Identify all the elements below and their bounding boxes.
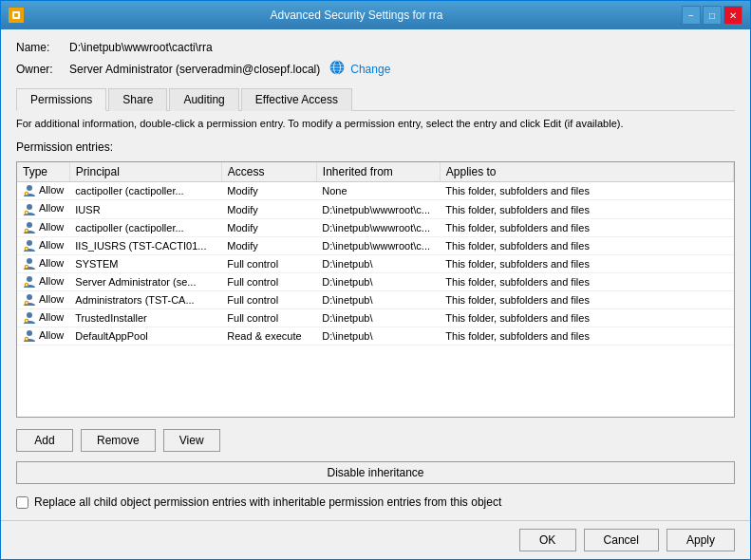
cell-inherited: D:\inetpub\ [316, 290, 440, 308]
name-value: D:\inetpub\wwwroot\cacti\rra [69, 41, 213, 54]
col-header-type: Type [17, 162, 69, 182]
tab-share[interactable]: Share [108, 88, 167, 111]
bottom-button-bar: OK Cancel Apply [1, 520, 750, 559]
tab-effective-access[interactable]: Effective Access [241, 88, 352, 111]
content-area: Name: D:\inetpub\wwwroot\cacti\rra Owner… [1, 29, 750, 520]
cell-principal: cactipoller (cactipoller... [69, 218, 221, 236]
cell-inherited: D:\inetpub\ [316, 272, 440, 290]
col-header-access: Access [221, 162, 316, 182]
cell-inherited: D:\inetpub\ [316, 327, 440, 345]
svg-point-16 [27, 258, 32, 264]
cell-principal: TrustedInstaller [69, 309, 221, 327]
col-header-inherited: Inherited from [316, 162, 440, 182]
cell-principal: SYSTEM [69, 254, 221, 272]
table-row[interactable]: Allow TrustedInstaller Full control D:\i… [17, 309, 734, 327]
cell-access: Full control [221, 272, 316, 290]
ok-button[interactable]: OK [519, 529, 576, 551]
svg-point-18 [27, 276, 32, 282]
cell-inherited: D:\inetpub\wwwroot\c... [316, 200, 440, 218]
inherit-checkbox[interactable] [16, 496, 28, 509]
apply-button[interactable]: Apply [667, 529, 735, 551]
window-title: Advanced Security Settings for rra [31, 9, 682, 22]
cell-applies: This folder, subfolders and files [440, 200, 733, 218]
cell-applies: This folder, subfolders and files [440, 236, 733, 254]
main-window: Advanced Security Settings for rra − □ ✕… [0, 0, 751, 560]
cell-type: Allow [17, 272, 69, 290]
cell-principal: DefaultAppPool [69, 327, 221, 345]
table-row[interactable]: Allow cactipoller (cactipoller... Modify… [17, 218, 734, 236]
cell-access: Modify [221, 182, 316, 200]
tab-auditing[interactable]: Auditing [169, 88, 238, 111]
table-row[interactable]: Allow cactipoller (cactipoller... Modify… [17, 182, 734, 200]
owner-row: Owner: Server Administrator (serveradmin… [16, 60, 735, 78]
cell-access: Full control [221, 290, 316, 308]
checkbox-row: Replace all child object permission entr… [16, 495, 735, 509]
cell-access: Modify [221, 236, 316, 254]
table-row[interactable]: Allow Administrators (TST-CA... Full con… [17, 290, 734, 308]
cell-type: Allow [17, 290, 69, 308]
col-header-principal: Principal [69, 162, 221, 182]
svg-rect-2 [14, 13, 18, 17]
cell-inherited: D:\inetpub\ [316, 254, 440, 272]
cell-applies: This folder, subfolders and files [440, 182, 733, 200]
col-header-applies: Applies to [440, 162, 733, 182]
cell-access: Full control [221, 309, 316, 327]
table-row[interactable]: Allow IIS_IUSRS (TST-CACTI01... Modify D… [17, 236, 734, 254]
table-row[interactable]: Allow SYSTEM Full control D:\inetpub\ Th… [17, 254, 734, 272]
cell-applies: This folder, subfolders and files [440, 254, 733, 272]
cell-applies: This folder, subfolders and files [440, 218, 733, 236]
owner-label: Owner: [16, 63, 64, 76]
globe-icon [329, 60, 345, 78]
tab-permissions[interactable]: Permissions [16, 88, 106, 111]
cell-applies: This folder, subfolders and files [440, 327, 733, 345]
view-button[interactable]: View [163, 429, 220, 452]
cell-type: Allow [17, 200, 69, 218]
cell-principal: Administrators (TST-CA... [69, 290, 221, 308]
cell-applies: This folder, subfolders and files [440, 290, 733, 308]
cell-principal: Server Administrator (se... [69, 272, 221, 290]
table-row[interactable]: Allow IUSR Modify D:\inetpub\wwwroot\c..… [17, 200, 734, 218]
cell-access: Full control [221, 254, 316, 272]
name-row: Name: D:\inetpub\wwwroot\cacti\rra [16, 41, 735, 54]
cell-type: Allow [17, 236, 69, 254]
svg-point-20 [27, 294, 32, 300]
permission-entries-label: Permission entries: [16, 140, 735, 154]
title-bar: Advanced Security Settings for rra − □ ✕ [1, 1, 750, 29]
svg-point-8 [27, 185, 32, 191]
close-button[interactable]: ✕ [723, 6, 742, 25]
owner-value: Server Administrator (serveradmin@closep… [69, 63, 320, 76]
svg-point-14 [27, 240, 32, 246]
cell-inherited: D:\inetpub\ [316, 309, 440, 327]
cell-inherited: D:\inetpub\wwwroot\c... [316, 236, 440, 254]
remove-button[interactable]: Remove [81, 429, 156, 452]
window-icon [9, 8, 24, 23]
cell-type: Allow [17, 218, 69, 236]
permission-table: Type Principal Access Inherited from App… [17, 162, 734, 345]
minimize-button[interactable]: − [682, 6, 701, 25]
cell-type: Allow [17, 309, 69, 327]
add-button[interactable]: Add [16, 429, 73, 452]
table-header-row: Type Principal Access Inherited from App… [17, 162, 734, 182]
tab-bar: Permissions Share Auditing Effective Acc… [16, 87, 735, 111]
table-row[interactable]: Allow DefaultAppPool Read & execute D:\i… [17, 327, 734, 345]
disable-inheritance-button[interactable]: Disable inheritance [16, 461, 735, 484]
cell-principal: IIS_IUSRS (TST-CACTI01... [69, 236, 221, 254]
description-text: For additional information, double-click… [16, 117, 735, 131]
inherit-label: Replace all child object permission entr… [34, 495, 501, 509]
cell-access: Modify [221, 200, 316, 218]
change-link[interactable]: Change [350, 63, 390, 76]
cell-access: Modify [221, 218, 316, 236]
cancel-button[interactable]: Cancel [584, 529, 659, 551]
cell-type: Allow [17, 182, 69, 200]
maximize-button[interactable]: □ [703, 6, 722, 25]
cell-principal: IUSR [69, 200, 221, 218]
action-buttons: Add Remove View [16, 429, 735, 452]
table-row[interactable]: Allow Server Administrator (se... Full c… [17, 272, 734, 290]
permission-table-container: Type Principal Access Inherited from App… [16, 161, 735, 418]
svg-point-22 [27, 312, 32, 318]
cell-access: Read & execute [221, 327, 316, 345]
window-controls: − □ ✕ [682, 6, 742, 25]
cell-inherited: None [316, 182, 440, 200]
cell-applies: This folder, subfolders and files [440, 272, 733, 290]
cell-type: Allow [17, 254, 69, 272]
